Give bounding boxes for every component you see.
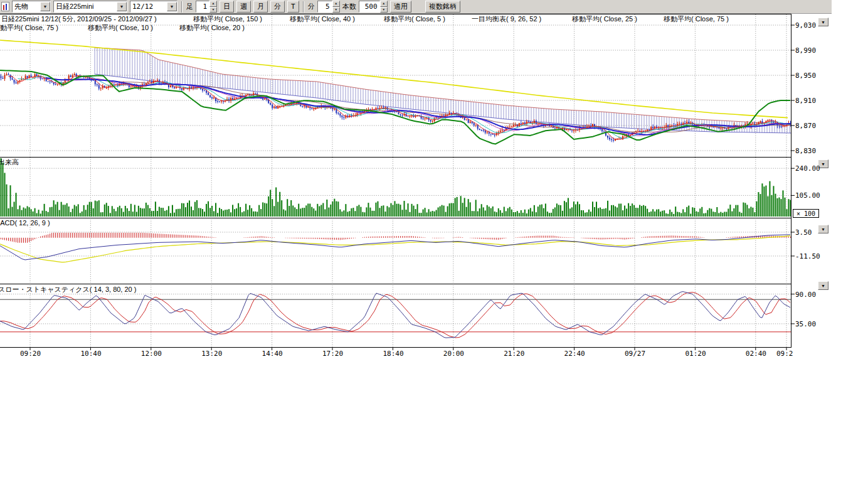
time-axis-label: 01:20 xyxy=(685,350,706,358)
time-axis-label: 21:20 xyxy=(504,350,524,358)
category-select-value: 先物 xyxy=(14,2,28,11)
chevron-down-icon: ▼ xyxy=(821,20,825,24)
symbol-select[interactable]: 日経225mini ▼ xyxy=(53,1,127,13)
price-legend-item: 一目均衡表( 9, 26, 52 ) xyxy=(472,15,541,23)
time-axis-label: 09:20 xyxy=(20,350,41,358)
macd-axis-label: -11.50 xyxy=(795,252,820,260)
price-axis-label: 8,870 xyxy=(795,122,816,130)
price-legend-item: 移動平均( Close, 75 ) xyxy=(0,24,58,32)
time-axis-label: 17:20 xyxy=(322,350,343,358)
price-legend-item: 移動平均( Close, 20 ) xyxy=(179,24,245,32)
minutes-value[interactable]: 5 xyxy=(317,1,332,13)
price-axis-label: 8,990 xyxy=(795,46,816,55)
time-axis-label: 22:40 xyxy=(564,350,585,358)
time-axis-label: 09:2 xyxy=(776,350,793,358)
chevron-down-icon: ▼ xyxy=(821,227,825,232)
period-month-button[interactable]: 月 xyxy=(253,1,268,13)
macd-panel-menu-button[interactable]: ▼ xyxy=(818,225,828,233)
time-axis-label: 09/27 xyxy=(625,350,645,358)
price-legend-item: 移動平均( Close, 75 ) xyxy=(664,15,729,23)
multi-symbol-button[interactable]: 複数銘柄 xyxy=(425,1,460,13)
price-legend-item: 移動平均( Close, 150 ) xyxy=(193,15,262,23)
time-axis-label: 20:00 xyxy=(443,350,464,358)
stoch-axis-label: 90.00 xyxy=(795,291,816,299)
price-axis-label: 8,910 xyxy=(795,97,816,105)
chevron-down-icon: ▼ xyxy=(821,162,825,166)
apply-button[interactable]: 適用 xyxy=(390,1,411,13)
price-legend-item: 日経225mini 12/12( 5分, 2012/09/25 - 2012/0… xyxy=(1,15,157,23)
stoch-axis-label: 35.00 xyxy=(795,320,816,328)
period-week-button[interactable]: 週 xyxy=(236,1,251,13)
period-day-button[interactable]: 日 xyxy=(220,1,234,13)
chart-canvas[interactable] xyxy=(0,14,834,353)
period-minute-button[interactable]: 分 xyxy=(270,1,285,13)
macd-panel-title: MACD( 12, 26, 9 ) xyxy=(0,219,50,227)
bars-label: 本数 xyxy=(342,2,356,11)
spin-up-icon[interactable]: ▲ xyxy=(380,1,388,7)
price-axis-label: 8,830 xyxy=(795,147,816,155)
stoch-panel-menu-button[interactable]: ▼ xyxy=(818,281,828,290)
toolbar: 先物 ▼ 日経225mini ▼ 12/12 ▼ 足 1 ▲ ▼ 日 週 月 分… xyxy=(0,0,832,14)
spin-up-icon[interactable]: ▲ xyxy=(209,1,217,7)
minutes-spinner[interactable]: 5 ▲ ▼ xyxy=(317,1,340,13)
bar-count-spinner[interactable]: 1 ▲ ▼ xyxy=(196,1,217,13)
price-legend-item: 移動平均( Close, 25 ) xyxy=(572,15,637,23)
spin-down-icon[interactable]: ▼ xyxy=(380,7,388,13)
toolbar-separator xyxy=(181,1,183,13)
volume-unit-badge: × 100 xyxy=(793,209,819,218)
time-axis-label: 12:00 xyxy=(141,350,162,358)
trading-chart-window: 先物 ▼ 日経225mini ▼ 12/12 ▼ 足 1 ▲ ▼ 日 週 月 分… xyxy=(0,0,868,482)
price-legend-item: 移動平均( Close, 10 ) xyxy=(88,24,153,32)
volume-panel-title: 出来高 xyxy=(0,158,19,166)
minutes-label: 分 xyxy=(308,2,315,11)
spin-down-icon[interactable]: ▼ xyxy=(209,7,217,13)
price-legend-item: 移動平均( Close, 40 ) xyxy=(290,15,355,23)
price-axis-label: 9,030 xyxy=(795,21,816,29)
volume-axis-label: 240.00 xyxy=(795,164,820,173)
time-axis-label: 10:40 xyxy=(80,350,101,358)
spin-down-icon[interactable]: ▼ xyxy=(332,7,340,13)
chevron-down-icon: ▼ xyxy=(821,284,825,288)
volume-axis-label: 105.00 xyxy=(795,191,820,200)
macd-axis-label: 3.50 xyxy=(795,228,812,237)
time-axis-label: 18:40 xyxy=(383,350,403,358)
period-tick-button[interactable]: T xyxy=(287,1,299,13)
contract-select[interactable]: 12/12 ▼ xyxy=(130,1,177,13)
chart-icon[interactable] xyxy=(1,2,9,11)
time-axis-label: 02:40 xyxy=(746,350,766,358)
bars-spinner[interactable]: 500 ▲ ▼ xyxy=(359,1,388,13)
bars-value[interactable]: 500 xyxy=(359,1,380,13)
category-select[interactable]: 先物 ▼ xyxy=(12,1,51,13)
price-legend-item: 移動平均( Close, 5 ) xyxy=(384,15,445,23)
chevron-down-icon[interactable]: ▼ xyxy=(117,2,127,11)
chevron-down-icon[interactable]: ▼ xyxy=(40,2,50,11)
chevron-down-icon[interactable]: ▼ xyxy=(167,2,177,11)
contract-select-value: 12/12 xyxy=(132,3,153,11)
spin-up-icon[interactable]: ▲ xyxy=(332,1,340,7)
bar-type-label: 足 xyxy=(186,2,193,11)
symbol-select-value: 日経225mini xyxy=(56,2,94,11)
bar-count-value[interactable]: 1 xyxy=(196,1,209,13)
stoch-panel-title: スロー・ストキャスティクス( 14, 3, 80, 20 ) xyxy=(0,286,136,294)
price-panel-menu-button[interactable]: ▼ xyxy=(818,18,828,26)
time-axis-label: 13:20 xyxy=(201,350,222,358)
time-axis-label: 14:40 xyxy=(262,350,283,358)
price-axis-label: 8,950 xyxy=(795,72,816,80)
toolbar-separator xyxy=(303,1,304,13)
